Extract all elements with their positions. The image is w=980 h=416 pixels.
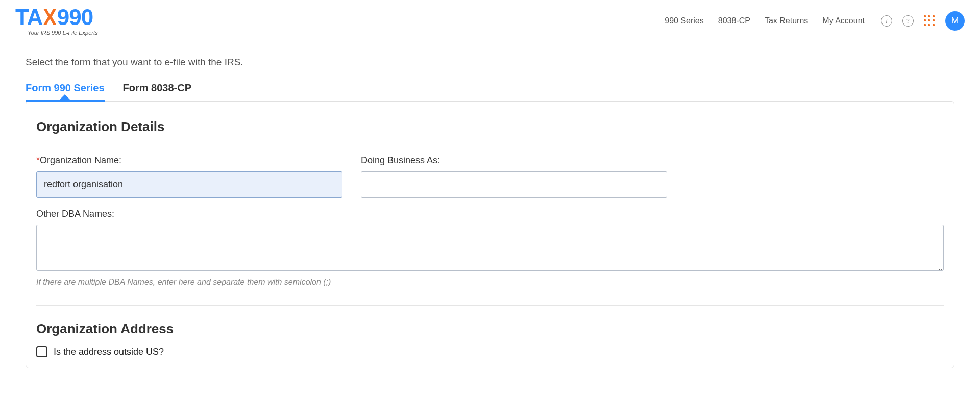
nav-tax-returns[interactable]: Tax Returns bbox=[765, 16, 808, 26]
logo-x: X bbox=[43, 6, 57, 29]
section-title-org-details: Organization Details bbox=[36, 119, 944, 135]
avatar-initial: M bbox=[951, 16, 959, 26]
header: TAX990 Your IRS 990 E-File Experts 990 S… bbox=[0, 0, 980, 42]
section-divider bbox=[36, 305, 944, 306]
form-tabs: Form 990 Series Form 8038-CP bbox=[26, 82, 954, 101]
header-nav: 990 Series 8038-CP Tax Returns My Accoun… bbox=[665, 11, 965, 31]
label-dba: Doing Business As: bbox=[361, 155, 667, 166]
tab-form-990-series[interactable]: Form 990 Series bbox=[26, 82, 105, 101]
field-dba: Doing Business As: bbox=[361, 155, 667, 198]
nav-990-series[interactable]: 990 Series bbox=[665, 16, 704, 26]
field-org-name: *Organization Name: bbox=[36, 155, 342, 198]
tab-form-8038-cp[interactable]: Form 8038-CP bbox=[123, 82, 192, 101]
help-icon[interactable]: ? bbox=[902, 15, 914, 27]
nav-my-account[interactable]: My Account bbox=[822, 16, 865, 26]
avatar[interactable]: M bbox=[945, 11, 965, 31]
main-content: Select the form that you want to e-file … bbox=[0, 42, 980, 368]
form-panel: Organization Details *Organization Name:… bbox=[26, 101, 954, 368]
label-other-dba: Other DBA Names: bbox=[36, 209, 944, 219]
required-asterisk: * bbox=[36, 155, 40, 165]
header-icons: i ? M bbox=[881, 11, 965, 31]
section-title-org-address: Organization Address bbox=[36, 321, 944, 337]
label-outside-us: Is the address outside US? bbox=[54, 347, 164, 357]
field-other-dba: Other DBA Names: If there are multiple D… bbox=[36, 209, 944, 287]
logo-text-2: 990 bbox=[57, 5, 93, 30]
org-name-input[interactable] bbox=[36, 171, 342, 198]
dba-input[interactable] bbox=[361, 171, 667, 198]
apps-grid-icon[interactable] bbox=[924, 15, 935, 27]
logo-text-1: TA bbox=[15, 5, 42, 30]
row-outside-us: Is the address outside US? bbox=[36, 346, 944, 357]
page-instruction: Select the form that you want to e-file … bbox=[26, 57, 954, 68]
info-icon[interactable]: i bbox=[881, 15, 892, 27]
logo-block[interactable]: TAX990 Your IRS 990 E-File Experts bbox=[15, 6, 98, 36]
logo-tagline: Your IRS 990 E-File Experts bbox=[28, 30, 98, 36]
other-dba-textarea[interactable] bbox=[36, 225, 944, 271]
label-org-name-text: Organization Name: bbox=[40, 155, 121, 165]
nav-8038-cp[interactable]: 8038-CP bbox=[718, 16, 750, 26]
outside-us-checkbox[interactable] bbox=[36, 346, 47, 357]
label-org-name: *Organization Name: bbox=[36, 155, 342, 166]
row-org-name-dba: *Organization Name: Doing Business As: bbox=[36, 155, 944, 198]
other-dba-hint: If there are multiple DBA Names, enter h… bbox=[36, 278, 944, 287]
logo: TAX990 bbox=[15, 6, 98, 29]
